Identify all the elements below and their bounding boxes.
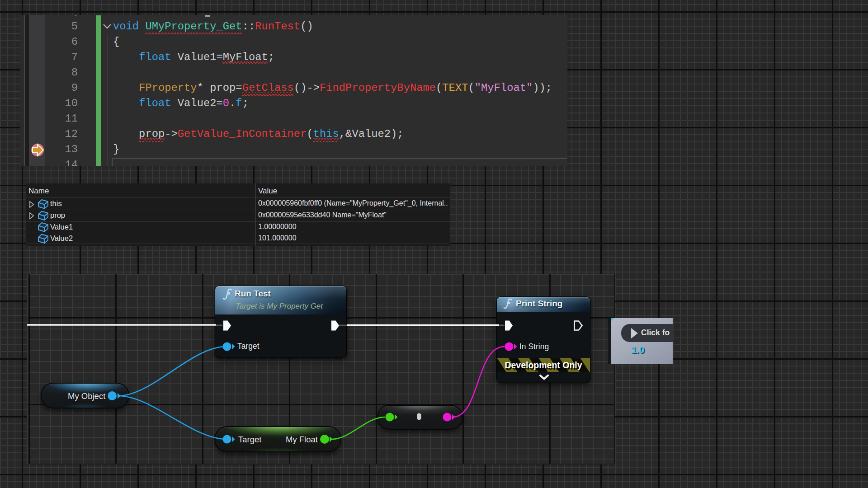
svg-text:Development Only: Development Only xyxy=(505,360,582,370)
